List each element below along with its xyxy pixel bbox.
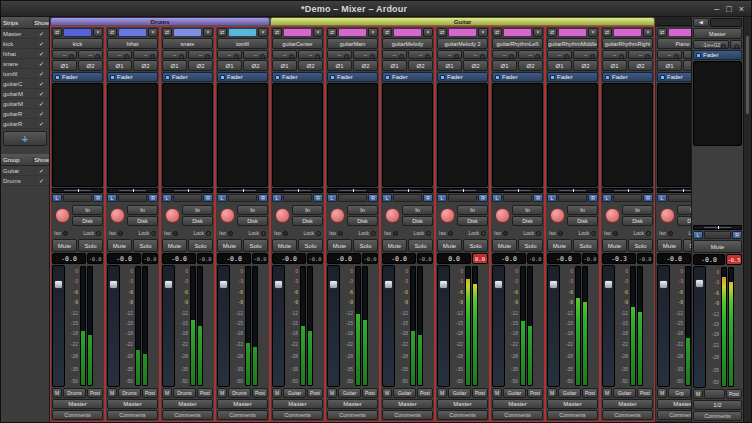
master-pan-slider[interactable] bbox=[693, 225, 742, 230]
comments-button[interactable]: Comments bbox=[602, 410, 653, 420]
metering-point-button[interactable]: Post bbox=[726, 389, 742, 399]
list-item[interactable]: Master ✓ bbox=[1, 29, 49, 39]
pan-link-control[interactable] bbox=[503, 194, 532, 202]
input-button[interactable]: – bbox=[107, 50, 132, 59]
strip-hide-button[interactable]: × bbox=[258, 28, 268, 37]
metering-button[interactable]: M bbox=[547, 388, 557, 398]
pan-left-button[interactable]: L bbox=[382, 194, 392, 202]
output-button[interactable]: – bbox=[683, 50, 691, 59]
monitor-disk-button[interactable]: Disk bbox=[622, 216, 653, 226]
master-gain-display[interactable]: -0.0 bbox=[693, 254, 725, 265]
pan-left-button[interactable]: L bbox=[272, 194, 282, 202]
metering-button[interactable]: M bbox=[272, 388, 282, 398]
gain-fader[interactable] bbox=[382, 265, 395, 387]
comments-button[interactable]: Comments bbox=[327, 410, 378, 420]
item-visible-checkbox[interactable]: ✓ bbox=[34, 167, 49, 174]
record-arm-button[interactable] bbox=[275, 208, 290, 223]
gain-display[interactable]: -0.0 bbox=[272, 253, 306, 264]
metering-button[interactable]: M bbox=[217, 388, 227, 398]
pan-right-button[interactable]: R bbox=[258, 194, 268, 202]
strip-name-button[interactable]: guitarMelody 2 bbox=[437, 38, 488, 49]
minimize-button[interactable]: – bbox=[714, 2, 719, 16]
solo-isolate-led[interactable] bbox=[338, 231, 343, 236]
group-button[interactable]: Guitar bbox=[503, 388, 526, 398]
list-item[interactable]: guitarC ✓ bbox=[1, 79, 49, 89]
group-button[interactable]: Guitar bbox=[448, 388, 471, 398]
output-button[interactable]: – bbox=[133, 50, 158, 59]
pan-left-button[interactable]: L bbox=[217, 194, 227, 202]
input-button[interactable]: – bbox=[162, 50, 187, 59]
fader-processor-entry[interactable]: Fader bbox=[602, 72, 653, 82]
monitor-input-button[interactable]: In bbox=[512, 205, 543, 215]
metering-button[interactable]: M bbox=[327, 388, 337, 398]
fader-handle[interactable] bbox=[384, 280, 393, 289]
mute-button[interactable]: Mute bbox=[107, 239, 132, 252]
fader-processor-entry[interactable]: Fader bbox=[382, 72, 433, 82]
item-visible-checkbox[interactable]: ✓ bbox=[34, 50, 49, 57]
gain-display[interactable]: -0.0 bbox=[217, 253, 251, 264]
pan-right-button[interactable]: R bbox=[643, 194, 653, 202]
gain-display[interactable]: -0.0 bbox=[382, 253, 416, 264]
polarity-2-button[interactable]: Ø2 bbox=[78, 60, 103, 71]
input-button[interactable]: – bbox=[217, 50, 242, 59]
solo-button[interactable]: Solo bbox=[408, 239, 433, 252]
fader-processor-entry[interactable]: Fader bbox=[437, 72, 488, 82]
peak-display[interactable]: -0.0 bbox=[142, 253, 158, 264]
pan-link-control[interactable] bbox=[228, 194, 257, 202]
polarity-1-button[interactable]: Ø1 bbox=[162, 60, 187, 71]
monitor-input-button[interactable]: In bbox=[567, 205, 598, 215]
processor-box[interactable] bbox=[437, 83, 488, 187]
group-button[interactable]: Guitar bbox=[283, 388, 306, 398]
pan-left-button[interactable]: L bbox=[162, 194, 172, 202]
item-visible-checkbox[interactable]: ✓ bbox=[34, 40, 49, 47]
track-color-bar[interactable] bbox=[393, 28, 422, 37]
processor-box[interactable] bbox=[272, 83, 323, 187]
master-gain-button[interactable]: -1e+02 bbox=[693, 40, 729, 49]
pan-right-button[interactable]: R bbox=[203, 194, 213, 202]
strip-width-button[interactable]: ⇄ bbox=[437, 28, 447, 37]
monitor-disk-button[interactable]: Disk bbox=[127, 216, 158, 226]
polarity-2-button[interactable]: Ø2 bbox=[518, 60, 543, 71]
mute-button[interactable]: Mute bbox=[52, 239, 77, 252]
polarity-2-button[interactable]: Ø2 bbox=[408, 60, 433, 71]
record-arm-button[interactable] bbox=[440, 208, 455, 223]
item-visible-checkbox[interactable]: ✓ bbox=[34, 90, 49, 97]
pan-right-button[interactable]: R bbox=[148, 194, 158, 202]
track-color-bar[interactable] bbox=[558, 28, 587, 37]
pan-left-button[interactable]: L bbox=[547, 194, 557, 202]
metering-point-button[interactable]: Post bbox=[582, 388, 598, 398]
titlebar[interactable]: *Demo – Mixer – Ardour – □ × bbox=[1, 1, 751, 17]
output-button[interactable]: – bbox=[243, 50, 268, 59]
pan-right-button[interactable]: R bbox=[588, 194, 598, 202]
solo-isolate-led[interactable] bbox=[393, 231, 398, 236]
strip-width-button[interactable]: ⇄ bbox=[547, 28, 557, 37]
fader-handle[interactable] bbox=[219, 280, 228, 289]
processor-box[interactable] bbox=[162, 83, 213, 187]
track-color-bar[interactable] bbox=[338, 28, 367, 37]
monitor-input-button[interactable]: In bbox=[292, 205, 323, 215]
comments-button[interactable]: Comments bbox=[217, 410, 268, 420]
fader-handle[interactable] bbox=[604, 280, 613, 289]
polarity-1-button[interactable]: Ø1 bbox=[547, 60, 572, 71]
pan-left-button[interactable]: L bbox=[492, 194, 502, 202]
processor-box[interactable] bbox=[492, 83, 543, 187]
comments-button[interactable]: Comments bbox=[107, 410, 158, 420]
output-routing-button[interactable]: Master bbox=[107, 399, 158, 409]
comments-button[interactable]: Comments bbox=[52, 410, 103, 420]
metering-button[interactable]: M bbox=[107, 388, 117, 398]
solo-lock-led[interactable] bbox=[261, 231, 266, 236]
solo-lock-led[interactable] bbox=[481, 231, 486, 236]
gain-fader[interactable] bbox=[272, 265, 285, 387]
fader-processor-entry[interactable]: Fader bbox=[492, 72, 543, 82]
metering-button[interactable]: M bbox=[162, 388, 172, 398]
strip-width-button[interactable]: ⇄ bbox=[657, 28, 667, 37]
group-button[interactable]: Guitar bbox=[558, 388, 581, 398]
record-arm-button[interactable] bbox=[220, 208, 235, 223]
metering-button[interactable]: M bbox=[657, 388, 667, 398]
monitor-input-button[interactable]: In bbox=[72, 205, 103, 215]
solo-lock-led[interactable] bbox=[96, 231, 101, 236]
polarity-1-button[interactable]: Ø1 bbox=[272, 60, 297, 71]
pan-link-control[interactable] bbox=[283, 194, 312, 202]
strip-width-button[interactable]: ⇄ bbox=[107, 28, 117, 37]
master-output-routing-button[interactable]: 1/2 bbox=[693, 400, 742, 410]
